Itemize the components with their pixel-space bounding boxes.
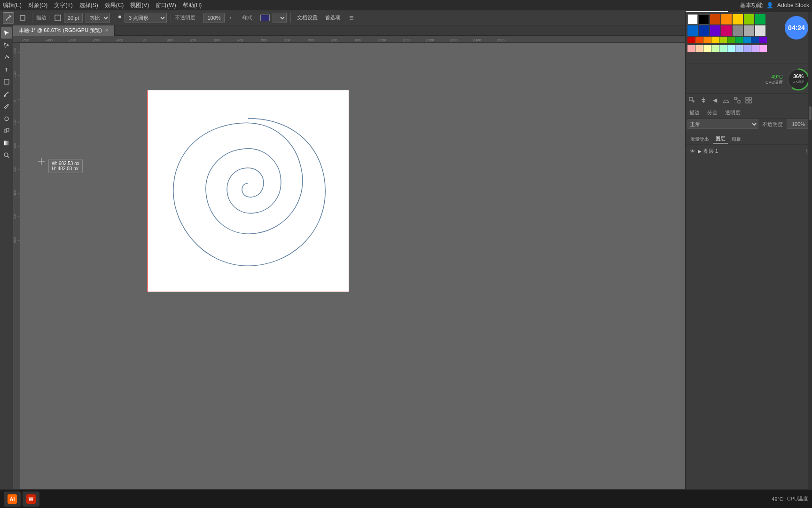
zoom-tool[interactable] — [1, 150, 12, 161]
pen-tool-btn[interactable] — [3, 12, 14, 24]
nav-transform-icon[interactable] — [687, 95, 697, 105]
direct-select-tool[interactable] — [1, 40, 12, 51]
swatch-s8[interactable] — [743, 45, 751, 52]
menu-select[interactable]: 选择(S) — [79, 1, 98, 9]
ruler-vertical: -200 -100 0 100 200 300 400 500 600 — [13, 43, 20, 489]
swatch-red[interactable] — [710, 14, 720, 24]
stroke-size-input[interactable] — [64, 13, 83, 23]
swatch-s6[interactable] — [727, 45, 735, 52]
svg-text:300: 300 — [13, 167, 16, 172]
swatch-s5[interactable] — [719, 45, 727, 52]
svg-rect-68 — [4, 79, 9, 84]
workspace-label[interactable]: 基本功能 — [740, 1, 763, 9]
swatch-r6[interactable] — [727, 37, 735, 43]
swatch-green[interactable] — [755, 14, 765, 24]
blend-mode-select[interactable]: 正常 正片叠底 滤色 叠加 — [687, 119, 758, 129]
opacity-arrow-btn[interactable]: › — [227, 12, 234, 24]
selection-tool[interactable] — [1, 27, 12, 39]
menu-help[interactable]: 帮助(H) — [183, 1, 202, 9]
doc-settings-btn[interactable]: 文档设置 — [295, 12, 320, 24]
nav-mountain-icon[interactable] — [721, 95, 731, 105]
nav-expand-icon[interactable] — [733, 95, 742, 105]
shape-tool[interactable] — [1, 76, 12, 87]
scale-tool[interactable] — [1, 125, 12, 136]
cpu-label: CPU温度 — [765, 79, 783, 86]
swatch-lime[interactable] — [744, 14, 754, 24]
brush-select[interactable]: 3 点圆形 — [125, 13, 167, 23]
ruler-horizontal: -500 -400 -300 -200 -100 0 100 200 300 4… — [13, 36, 685, 43]
swatch-r10[interactable] — [759, 37, 767, 43]
active-tab[interactable]: 未题-1* @ 66.67% (RGB/GPU 预览) ✕ — [13, 25, 115, 36]
rotate-tool[interactable] — [1, 113, 12, 124]
taskbar-illustrator[interactable]: Ai — [4, 492, 21, 507]
swatch-yellow[interactable] — [733, 14, 743, 24]
swatch-s3[interactable] — [703, 45, 711, 52]
swatch-s10[interactable] — [759, 45, 767, 52]
swatch-r9[interactable] — [751, 37, 759, 43]
text-tool[interactable]: T — [1, 64, 12, 75]
swatch-white[interactable] — [687, 14, 698, 24]
swatch-black[interactable] — [699, 14, 709, 24]
paintbrush-tool[interactable] — [1, 88, 12, 100]
svg-rect-85 — [734, 97, 737, 100]
tab-close-btn[interactable]: ✕ — [105, 28, 109, 33]
svg-text:100: 100 — [167, 39, 173, 42]
menu-window[interactable]: 窗口(W) — [156, 1, 176, 9]
svg-point-66 — [8, 57, 9, 58]
transparency-panel-label: 透明度 — [723, 108, 742, 117]
right-scroll-thumb[interactable] — [809, 106, 812, 120]
swatch-r3[interactable] — [703, 37, 711, 43]
swatch-s2[interactable] — [695, 45, 703, 52]
layer-item-1[interactable]: 👁 ▶ 图层 1 1 — [687, 147, 810, 156]
swatch-pink[interactable] — [721, 25, 732, 36]
menu-type[interactable]: 文字(T) — [54, 1, 72, 9]
style-select[interactable] — [273, 13, 287, 23]
swatch-gray[interactable] — [733, 25, 743, 36]
more-options-btn[interactable] — [346, 12, 357, 24]
swatch-purple[interactable] — [710, 25, 720, 36]
swatch-r1[interactable] — [687, 37, 695, 43]
shape-tool-btn[interactable] — [17, 12, 28, 24]
gradient-tool[interactable] — [1, 137, 12, 149]
right-panel: 色板 颜色 符号 — [685, 0, 812, 508]
swatch-s9[interactable] — [751, 45, 759, 52]
swatch-s1[interactable] — [687, 45, 695, 52]
swatch-s4[interactable] — [711, 45, 719, 52]
taskbar-wps[interactable]: W — [23, 492, 39, 507]
adobe-stock-label[interactable]: Adobe Stock — [777, 2, 809, 8]
layer-visibility-icon[interactable]: 👁 — [689, 148, 696, 155]
svg-text:CPU温度: CPU温度 — [793, 80, 804, 83]
svg-rect-87 — [746, 97, 748, 100]
pencil-tool[interactable] — [1, 101, 12, 112]
svg-rect-90 — [749, 101, 751, 103]
svg-point-0 — [6, 19, 7, 20]
stroke-unit-select[interactable]: 等比 — [86, 13, 110, 23]
pen-tool[interactable] — [1, 52, 12, 63]
swatch-blue[interactable] — [687, 25, 698, 36]
swatch-orange[interactable] — [721, 14, 732, 24]
swatch-r7[interactable] — [735, 37, 743, 43]
menu-object[interactable]: 对象(O) — [28, 1, 47, 9]
swatch-silver[interactable] — [755, 25, 765, 36]
export-tab-btn[interactable]: 流量导出 — [687, 135, 712, 143]
nav-back-icon[interactable]: ◀ — [710, 95, 719, 105]
swatch-r5[interactable] — [719, 37, 727, 43]
artboards-tab-btn[interactable]: 图板 — [729, 135, 744, 143]
preferences-btn[interactable]: 首选项 — [323, 12, 343, 24]
menu-view[interactable]: 视图(V) — [130, 1, 149, 9]
svg-text:800: 800 — [332, 39, 337, 42]
menu-edit[interactable]: 编辑(E) — [3, 1, 22, 9]
swatch-darkblue[interactable] — [699, 25, 709, 36]
swatch-r4[interactable] — [711, 37, 719, 43]
swatch-r8[interactable] — [743, 37, 751, 43]
style-swatch[interactable] — [260, 15, 270, 21]
opacity-value-input[interactable] — [787, 119, 810, 129]
swatch-r2[interactable] — [695, 37, 703, 43]
menu-effect[interactable]: 效果(C) — [105, 1, 124, 9]
nav-align-icon[interactable] — [699, 95, 708, 105]
swatch-s7[interactable] — [735, 45, 743, 52]
layers-tab-btn[interactable]: 图层 — [713, 135, 728, 143]
opacity-input[interactable] — [203, 13, 225, 23]
swatch-lightgray[interactable] — [744, 25, 754, 36]
nav-grid-icon[interactable] — [744, 95, 753, 105]
